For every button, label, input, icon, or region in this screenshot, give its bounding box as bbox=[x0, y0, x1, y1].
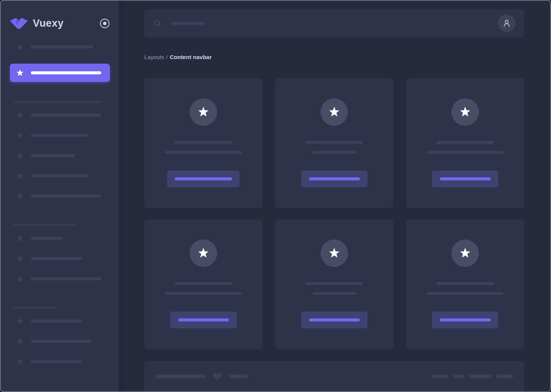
footer-text-bar bbox=[453, 374, 464, 378]
card-action-button[interactable] bbox=[432, 312, 498, 328]
card-subtitle-bar bbox=[165, 151, 242, 154]
star-icon bbox=[459, 247, 472, 260]
breadcrumb-current: Content navbar bbox=[170, 54, 212, 60]
sidebar-item-label-bar bbox=[31, 194, 101, 198]
sidebar-item[interactable] bbox=[10, 233, 110, 244]
sidebar-item-label-bar bbox=[31, 277, 101, 280]
top-navbar bbox=[144, 9, 524, 37]
sidebar-item[interactable] bbox=[10, 150, 110, 161]
star-icon bbox=[16, 43, 24, 51]
card-title-bar bbox=[306, 282, 363, 285]
sidebar-section-divider bbox=[13, 307, 56, 309]
star-icon bbox=[16, 317, 24, 326]
card-button-label-bar bbox=[178, 318, 229, 321]
card-action-button[interactable] bbox=[170, 312, 237, 328]
card-title-bar bbox=[437, 282, 494, 285]
star-icon bbox=[16, 69, 24, 77]
star-icon bbox=[16, 275, 24, 283]
card-action-button[interactable] bbox=[167, 170, 240, 187]
footer-right bbox=[432, 374, 513, 378]
sidebar-item-label-bar bbox=[31, 134, 88, 137]
sidebar-item-label-bar bbox=[31, 154, 75, 157]
star-icon bbox=[16, 151, 24, 160]
search-input[interactable] bbox=[153, 19, 498, 28]
search-placeholder-bar bbox=[171, 22, 204, 25]
star-icon bbox=[197, 106, 210, 119]
footer-left bbox=[155, 371, 248, 382]
star-icon bbox=[16, 234, 24, 243]
sidebar-item[interactable] bbox=[10, 356, 110, 367]
placeholder-card bbox=[144, 78, 263, 208]
card-title-bar bbox=[175, 282, 232, 285]
card-subtitle-bar bbox=[313, 292, 356, 295]
card-button-label-bar bbox=[440, 318, 491, 321]
star-icon bbox=[16, 337, 24, 346]
breadcrumb: Layouts/Content navbar bbox=[144, 53, 524, 61]
sidebar-item[interactable] bbox=[10, 42, 110, 52]
placeholder-card bbox=[406, 78, 524, 208]
sidebar-section-divider bbox=[13, 224, 76, 226]
star-icon bbox=[16, 254, 24, 263]
menu-toggle-circle-dot-icon[interactable] bbox=[100, 18, 110, 29]
card-button-label-bar bbox=[309, 177, 360, 180]
placeholder-card bbox=[406, 219, 524, 349]
star-icon bbox=[459, 106, 472, 119]
card-title-bar bbox=[175, 141, 232, 144]
star-icon bbox=[328, 106, 341, 119]
card-action-button[interactable] bbox=[432, 170, 498, 187]
sidebar: Vuexy bbox=[1, 1, 119, 391]
sidebar-item[interactable] bbox=[10, 130, 110, 141]
card-star-circle bbox=[190, 239, 217, 267]
app-window: Vuexy bbox=[0, 0, 551, 392]
sidebar-item-label-bar bbox=[31, 174, 88, 177]
card-star-circle bbox=[190, 98, 217, 126]
card-action-button[interactable] bbox=[301, 312, 367, 328]
footer-text-bar bbox=[469, 374, 491, 378]
star-icon bbox=[16, 357, 24, 366]
placeholder-card bbox=[275, 219, 393, 349]
footer-heart-wrap bbox=[212, 371, 222, 382]
heart-icon bbox=[212, 371, 222, 382]
sidebar-item[interactable] bbox=[10, 336, 110, 347]
card-star-circle bbox=[451, 239, 479, 267]
user-avatar[interactable] bbox=[498, 14, 516, 32]
sidebar-item-active[interactable] bbox=[10, 64, 110, 82]
card-title-bar bbox=[306, 141, 363, 144]
placeholder-card bbox=[275, 78, 393, 208]
sidebar-item[interactable] bbox=[10, 273, 110, 284]
brand[interactable]: Vuexy bbox=[10, 18, 110, 29]
card-star-circle bbox=[321, 239, 348, 267]
main-content: Layouts/Content navbar bbox=[119, 1, 550, 391]
card-star-circle bbox=[321, 98, 348, 126]
sidebar-item[interactable] bbox=[10, 191, 110, 201]
sidebar-item-label-bar bbox=[31, 257, 82, 260]
sidebar-item[interactable] bbox=[10, 170, 110, 181]
star-icon bbox=[328, 247, 341, 260]
card-subtitle-bar bbox=[427, 151, 503, 154]
card-subtitle-bar bbox=[313, 151, 356, 154]
sidebar-item[interactable] bbox=[10, 253, 110, 264]
sidebar-item-label-bar bbox=[31, 71, 101, 74]
person-icon bbox=[502, 18, 512, 28]
footer-text-bar bbox=[496, 374, 513, 378]
card-action-button[interactable] bbox=[301, 170, 367, 187]
card-title-bar bbox=[437, 141, 494, 144]
sidebar-item[interactable] bbox=[10, 316, 110, 326]
footer-text-bar bbox=[155, 374, 206, 378]
star-icon bbox=[197, 247, 210, 260]
card-button-label-bar bbox=[309, 318, 360, 321]
sidebar-section-divider bbox=[13, 101, 102, 103]
sidebar-item-label-bar bbox=[31, 360, 82, 363]
card-star-circle bbox=[451, 98, 479, 126]
card-button-label-bar bbox=[440, 177, 491, 180]
placeholder-card bbox=[144, 219, 263, 349]
card-subtitle-bar bbox=[165, 292, 242, 295]
breadcrumb-parent[interactable]: Layouts bbox=[144, 54, 164, 60]
sidebar-item[interactable] bbox=[10, 110, 110, 120]
star-icon bbox=[16, 172, 24, 180]
footer-text-bar bbox=[229, 374, 248, 378]
footer-text-bar bbox=[432, 374, 448, 378]
star-icon bbox=[16, 131, 24, 140]
brand-title: Vuexy bbox=[33, 18, 64, 29]
star-icon bbox=[16, 111, 24, 120]
